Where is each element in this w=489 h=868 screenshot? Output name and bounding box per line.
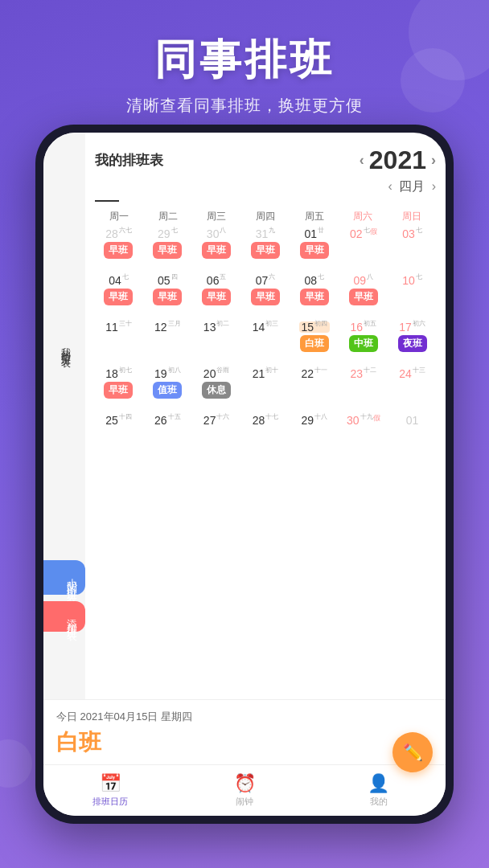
cal-title: 我的排班表 bbox=[95, 151, 163, 170]
date-number: 27 bbox=[203, 415, 216, 426]
lunar-date: 初五 bbox=[364, 321, 376, 327]
cal-cell[interactable]: 30八早班 bbox=[193, 228, 240, 270]
lunar-date: 十五 bbox=[168, 414, 181, 420]
lunar-date: 九 bbox=[269, 227, 275, 234]
date-number: 22 bbox=[302, 368, 314, 379]
date-number: 03 bbox=[402, 228, 415, 240]
shift-badge: 早班 bbox=[251, 242, 280, 259]
lunar-date: 十九 bbox=[360, 414, 373, 420]
cal-cell[interactable]: 04七早班 bbox=[95, 275, 142, 317]
lunar-date: 初三 bbox=[265, 321, 278, 327]
cal-cell[interactable]: 21初十 bbox=[242, 368, 290, 410]
date-number: 26 bbox=[154, 415, 167, 426]
lunar-date: 七 bbox=[171, 227, 178, 234]
cal-cell[interactable]: 19初八值班 bbox=[144, 368, 191, 410]
day-header-thu: 周四 bbox=[241, 208, 290, 225]
cal-cell[interactable]: 31九早班 bbox=[242, 228, 290, 270]
cal-cell[interactable]: 27十六 bbox=[193, 415, 240, 457]
shift-badge: 早班 bbox=[153, 289, 182, 305]
date-number: 17 bbox=[399, 321, 412, 333]
lunar-date: 七 bbox=[364, 227, 370, 234]
date-number: 06 bbox=[207, 275, 220, 286]
cal-cell[interactable]: 02七假 bbox=[339, 228, 387, 270]
lunar-date: 八 bbox=[367, 274, 373, 280]
cal-cell[interactable]: 23十二 bbox=[339, 368, 387, 410]
date-number: 30 bbox=[347, 415, 360, 426]
sub-title: 清晰查看同事排班，换班更方便 bbox=[16, 95, 473, 117]
bottom-nav: 📅 排班日历 ⏰ 闹钟 👤 我的 bbox=[43, 764, 446, 816]
cal-cell[interactable]: 11三十 bbox=[95, 321, 142, 363]
cal-cell[interactable]: 29十八 bbox=[290, 415, 338, 457]
lunar-date: 初十 bbox=[265, 367, 278, 374]
cal-cell[interactable]: 24十三 bbox=[388, 368, 436, 410]
calendar-area: 我 的 排 班 表 小 明 的 排 班 表 添 加 排 班 表 我的排班表 ‹ … bbox=[43, 133, 446, 699]
phone-mockup: 我 的 排 班 表 小 明 的 排 班 表 添 加 排 班 表 我的排班表 ‹ … bbox=[35, 125, 454, 824]
cal-cell[interactable]: 01 bbox=[388, 415, 436, 457]
fab-button[interactable]: ✏️ bbox=[392, 732, 433, 772]
date-number: 13 bbox=[203, 321, 216, 333]
prev-year-arrow[interactable]: ‹ bbox=[360, 152, 364, 169]
cal-month-row: ‹ 四月 › bbox=[95, 178, 436, 195]
date-number: 12 bbox=[154, 321, 167, 333]
cal-cell[interactable]: 07六早班 bbox=[242, 275, 290, 317]
shift-badge: 早班 bbox=[104, 289, 133, 305]
cal-cell[interactable]: 15初四白班 bbox=[290, 321, 338, 363]
day-headers: 周一 周二 周三 周四 周五 周六 周日 bbox=[95, 208, 436, 225]
cal-cell[interactable]: 08七早班 bbox=[290, 275, 338, 317]
date-number: 21 bbox=[253, 368, 265, 379]
date-number: 04 bbox=[109, 275, 121, 286]
nav-item-profile[interactable]: 👤 我的 bbox=[311, 773, 446, 808]
lunar-date: 七 bbox=[416, 227, 422, 234]
deco-circle-3 bbox=[0, 739, 32, 788]
lunar-date: 十六 bbox=[216, 414, 229, 420]
date-number: 25 bbox=[105, 415, 118, 426]
sidebar-tab-xiaoming[interactable]: 小 明 的 排 班 表 bbox=[43, 560, 85, 594]
cal-cell[interactable]: 17初六夜班 bbox=[388, 321, 436, 363]
cal-cell[interactable]: 30十九假 bbox=[339, 415, 387, 457]
date-number: 28 bbox=[253, 415, 265, 426]
next-year-arrow[interactable]: › bbox=[431, 152, 436, 169]
date-number: 20 bbox=[203, 368, 216, 379]
month-arrow-left[interactable]: ‹ bbox=[388, 179, 392, 193]
day-header-fri: 周五 bbox=[290, 208, 339, 225]
date-number: 29 bbox=[302, 415, 314, 426]
shift-badge: 休息 bbox=[202, 382, 231, 399]
cal-cell[interactable]: 22十一 bbox=[290, 368, 338, 410]
date-number: 31 bbox=[256, 228, 269, 240]
sidebar-tab-my[interactable]: 我 的 排 班 表 bbox=[49, 330, 80, 360]
cal-cell[interactable]: 20谷雨休息 bbox=[193, 368, 240, 410]
cal-cell[interactable]: 28十七 bbox=[242, 415, 290, 457]
cal-cell[interactable]: 14初三 bbox=[242, 321, 290, 363]
nav-item-alarm[interactable]: ⏰ 闹钟 bbox=[178, 773, 312, 808]
cal-cell[interactable]: 13初二 bbox=[193, 321, 240, 363]
day-header-sun: 周日 bbox=[387, 208, 436, 225]
cal-cell[interactable]: 16初五中班 bbox=[339, 321, 387, 363]
nav-label-alarm: 闹钟 bbox=[236, 796, 253, 808]
cal-cell[interactable]: 10七 bbox=[388, 275, 436, 317]
lunar-date: 十三 bbox=[413, 367, 425, 374]
lunar-date: 初二 bbox=[216, 321, 229, 327]
lunar-date: 廿 bbox=[318, 227, 324, 234]
cal-week-4: 18初七早班19初八值班20谷雨休息21初十22十一23十二24十三 bbox=[95, 368, 436, 410]
cal-cell[interactable]: 28六七早班 bbox=[95, 228, 142, 270]
nav-label-profile: 我的 bbox=[370, 796, 388, 808]
cal-cell[interactable]: 29七早班 bbox=[144, 228, 191, 270]
cal-cell[interactable]: 18初七早班 bbox=[95, 368, 142, 410]
shift-badge: 早班 bbox=[251, 289, 280, 305]
cal-cell[interactable]: 05四早班 bbox=[144, 275, 191, 317]
sidebar-tab-add[interactable]: 添 加 排 班 表 bbox=[43, 601, 85, 632]
cal-cell[interactable]: 09八早班 bbox=[339, 275, 387, 317]
lunar-date: 初七 bbox=[119, 367, 132, 374]
cal-cell[interactable]: 25十四 bbox=[95, 415, 142, 457]
cal-cell[interactable]: 03七 bbox=[388, 228, 436, 270]
cal-week-2: 04七早班05四早班06五早班07六早班08七早班09八早班10七 bbox=[95, 275, 436, 317]
day-header-sat: 周六 bbox=[339, 208, 388, 225]
cal-cell[interactable]: 26十五 bbox=[144, 415, 191, 457]
date-number: 11 bbox=[105, 321, 118, 333]
month-arrow-right[interactable]: › bbox=[432, 179, 436, 193]
day-header-mon: 周一 bbox=[95, 208, 144, 225]
cal-cell[interactable]: 06五早班 bbox=[193, 275, 240, 317]
cal-cell[interactable]: 12三月 bbox=[144, 321, 191, 363]
cal-cell[interactable]: 01廿早班 bbox=[290, 228, 338, 270]
nav-item-calendar[interactable]: 📅 排班日历 bbox=[43, 773, 178, 808]
